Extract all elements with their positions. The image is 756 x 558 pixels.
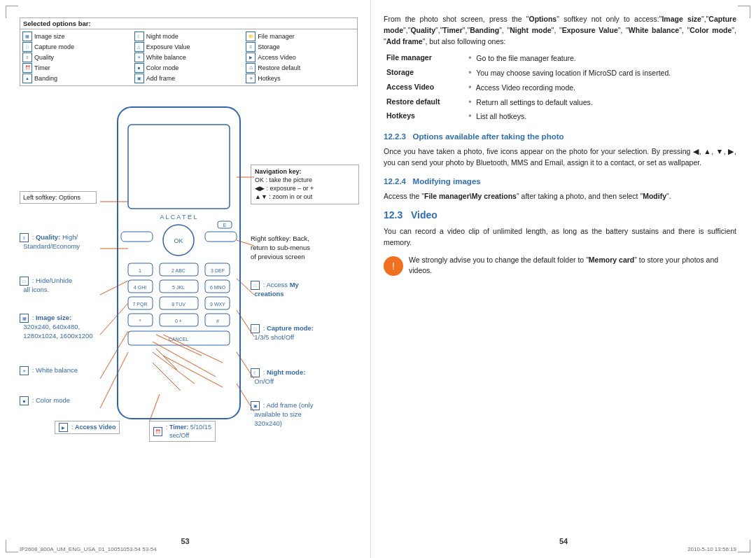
access-creations-label: □ : Access My creations (251, 281, 359, 299)
file-manager-icon: 📁 (246, 32, 255, 41)
svg-text:6 MNO: 6 MNO (210, 285, 226, 290)
svg-text:5 JKL: 5 JKL (172, 285, 185, 290)
quality-icon: ≡ (22, 53, 32, 62)
opt-night-mode: ☾ Night mode (134, 32, 244, 41)
timer-icon: ⏰ (22, 63, 32, 73)
section-123-heading: 12.3 Video (384, 208, 736, 223)
white-balance-label: ☀ : White balance (20, 366, 104, 375)
white-balance-icon: ☀ (134, 53, 144, 62)
svg-text:E: E (223, 223, 227, 228)
opt-quality: ≡ Quality (22, 53, 132, 62)
add-frame-label: ▣ : Add frame (only available to size 32… (251, 401, 359, 428)
note-text: We strongly advise you to change the def… (409, 255, 736, 275)
note-icon: ! (384, 256, 403, 276)
opt-file-manager: 📁 File manager (246, 32, 355, 41)
exposure-icon: △ (134, 42, 144, 52)
image-size-small-icon: ▦ (20, 314, 29, 323)
options-bar-title: Selected options bar: (20, 18, 357, 29)
svg-line-52 (153, 352, 195, 384)
svg-line-49 (156, 349, 177, 370)
restore-default-icon: ♺ (246, 63, 255, 73)
svg-rect-18 (121, 232, 153, 242)
definitions-table: File manager • Go to the file manager fe… (384, 51, 736, 124)
opt-image-size: ▦ Image size (22, 32, 132, 41)
opt-add-frame: ▣ Add frame (134, 74, 244, 83)
add-frame-icon: ▣ (134, 74, 144, 83)
page-number-right: 54 (559, 537, 568, 545)
section-123-body: You can record a video clip of unlimited… (384, 226, 736, 249)
opt-capture-mode: □ Capture mode (22, 42, 132, 52)
white-balance-small-icon: ☀ (20, 366, 29, 375)
footer-right: 2010-5-10 13:56:19 (687, 546, 736, 552)
intro-paragraph: From the photo shot screen, press the "O… (384, 14, 736, 47)
capture-mode-right-label: □ : Capture mode: 1/3/5 shot/Off (251, 324, 359, 342)
opt-exposure: △ Exposure Value (134, 42, 244, 52)
capture-mode-icon: □ (22, 42, 32, 52)
night-mode-icon: ☾ (134, 32, 144, 41)
svg-text:*: * (139, 319, 141, 323)
opt-timer: ⏰ Timer (22, 63, 132, 73)
svg-text:4 GHI: 4 GHI (134, 285, 146, 290)
svg-text:9 WXY: 9 WXY (210, 302, 225, 307)
options-bar: Selected options bar: ▦ Image size □ Cap… (20, 18, 358, 86)
color-mode-small-icon: ■ (20, 396, 29, 405)
def-row-storage: Storage • You may choose saving location… (384, 66, 736, 81)
note-box: ! We strongly advise you to change the d… (384, 255, 736, 276)
options-bar-grid: ▦ Image size □ Capture mode ≡ Quality ⏰ … (20, 29, 357, 85)
access-video-label: ▶ : Access Video (55, 421, 132, 434)
color-mode-label: ■ : Color mode (20, 396, 100, 405)
right-softkey-label: Right softkey: Back,return to sub-menuso… (251, 235, 359, 261)
right-page: From the photo shot screen, press the "O… (371, 0, 756, 558)
opt-restore-default: ♺ Restore default (246, 63, 355, 73)
section-1223-heading: 12.2.3 Options available after taking th… (384, 131, 736, 143)
color-mode-icon: ■ (134, 63, 144, 73)
capture-mode-right-icon: □ (251, 324, 260, 333)
banding-icon: ▲ (22, 74, 32, 83)
timer-label: ⏰ : Timer: 5/10/15 sec/Off (149, 421, 233, 442)
opt-white-balance: ☀ White balance (134, 53, 244, 62)
svg-line-50 (163, 335, 223, 363)
image-size-label: ▦ : Image size: 320x240, 640x480, 1280x1… (20, 314, 104, 341)
night-mode-label: ☾ : Night mode: On/Off (251, 368, 359, 386)
storage-icon: ≡ (246, 42, 255, 52)
page-number-left: 53 (181, 537, 189, 545)
footer-left: IP2608_800A_UM_ENG_USA_01_10051053-54 53… (20, 546, 157, 552)
def-row-restore-default: Restore default • Return all settings to… (384, 95, 736, 110)
section-1223: 12.2.3 Options available after taking th… (384, 131, 736, 169)
svg-text:2 ABC: 2 ABC (172, 268, 186, 273)
svg-text:8 TUV: 8 TUV (172, 302, 186, 307)
hotkeys-icon: ☀ (246, 74, 255, 83)
hide-label: □ : Hide/Unhide all icons. (20, 277, 100, 295)
svg-text:1: 1 (139, 268, 141, 273)
svg-text:A L C A T E L: A L C A T E L (160, 214, 197, 221)
svg-text:7 PQR: 7 PQR (132, 302, 147, 307)
svg-line-53 (153, 363, 181, 391)
night-mode-small-icon: ☾ (251, 368, 260, 377)
svg-text:OK: OK (174, 237, 183, 244)
opt-hotkeys: ☀ Hotkeys (246, 74, 355, 83)
section-1223-body: Once you have taken a photo, five icons … (384, 146, 736, 169)
section-1224-heading: 12.2.4 Modifying images (384, 176, 736, 188)
add-frame-small-icon: ▣ (251, 401, 260, 410)
navigation-key-label: Navigation key: OK : take the picture ◀▶… (251, 165, 359, 204)
diagram-area: A L C A T E L OK E (20, 93, 363, 436)
right-content: From the photo shot screen, press the "O… (384, 14, 736, 276)
section-1224: 12.2.4 Modifying images Access the "File… (384, 176, 736, 202)
timer-small-icon: ⏰ (153, 427, 162, 436)
def-row-hotkeys: Hotkeys • List all hotkeys. (384, 109, 736, 124)
svg-rect-14 (128, 125, 230, 209)
access-video-icon: ▶ (246, 53, 255, 62)
opt-color-mode: ■ Color mode (134, 63, 244, 73)
section-123: 12.3 Video You can record a video clip o… (384, 208, 736, 249)
left-softkey-label: Left softkey: Options (20, 191, 97, 204)
svg-text:#: # (216, 319, 219, 323)
left-page: Selected options bar: ▦ Image size □ Cap… (0, 0, 371, 558)
svg-text:0 +: 0 + (175, 319, 182, 323)
section-1224-body: Access the "File manager\My creations" a… (384, 191, 736, 202)
access-video-small-icon: ▶ (59, 423, 68, 432)
quality-small-icon: ≡ (20, 233, 29, 242)
opt-access-video: ▶ Access Video (246, 53, 355, 62)
def-row-access-video: Access Video • Access Video recording mo… (384, 81, 736, 95)
access-creations-small-icon: □ (251, 281, 260, 290)
image-size-icon: ▦ (22, 32, 32, 41)
